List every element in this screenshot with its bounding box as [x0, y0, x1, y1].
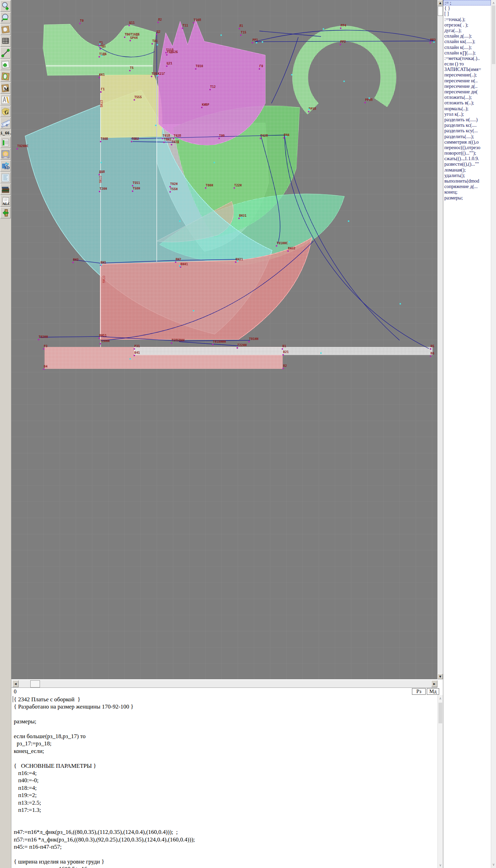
point-marker — [166, 65, 167, 67]
pattern-m-button[interactable]: M — [0, 82, 11, 94]
canvas-vertical-scrollbar[interactable]: ▲ ▼ — [437, 0, 443, 679]
books-button[interactable] — [0, 184, 11, 195]
point-marker — [235, 261, 236, 263]
command-item[interactable]: отрезок( . ); — [443, 22, 491, 28]
command-item[interactable]: пересечение н(.. — [443, 78, 491, 84]
scroll-left-icon[interactable]: ◀ — [12, 680, 19, 687]
point-marker — [43, 369, 44, 370]
point-label: ВН32 — [288, 247, 296, 250]
command-item[interactable]: пересечение д(.. — [443, 84, 491, 89]
grid-button[interactable] — [0, 35, 11, 47]
scroll-down-icon[interactable]: ∨ — [438, 863, 443, 867]
command-item[interactable]: := ; — [443, 0, 491, 6]
command-item[interactable]: отложить(...); — [443, 95, 491, 100]
command-item[interactable]: :=точка(.); — [443, 17, 491, 22]
point-label: ВН11 — [99, 334, 107, 337]
command-item[interactable]: сплайн к∏(....); — [443, 50, 491, 56]
command-item[interactable]: поворот(()...""); — [443, 151, 491, 156]
command-item[interactable]: выполнить(dmod — [443, 178, 491, 184]
pattern-outline-icon — [1, 72, 10, 81]
command-list-panel: := ;{ }[ ]:=точка(.);отрезок( . );дуга(.… — [443, 0, 491, 868]
command-item[interactable]: если () то — [443, 61, 491, 67]
command-item[interactable]: [ ] — [443, 11, 491, 17]
command-item[interactable]: развести((),()..."" — [443, 162, 491, 167]
scroll-up-icon[interactable]: ∧ — [491, 1, 496, 5]
scroll-up-icon[interactable]: ▲ — [437, 0, 443, 6]
construction-point — [320, 352, 322, 354]
construction-point — [289, 241, 290, 242]
point-label: ВН1 — [101, 261, 106, 264]
ruler-8-button[interactable]: 87 — [0, 117, 11, 129]
point-label: Т92НН — [39, 335, 48, 339]
zoom-in-button[interactable] — [0, 0, 11, 12]
command-item[interactable]: нормаль(..); — [443, 106, 491, 112]
command-item[interactable]: сплайн д(....); — [443, 33, 491, 39]
command-item[interactable]: размеры; — [443, 195, 491, 201]
command-item[interactable]: удалить(); — [443, 173, 491, 178]
construction-point — [323, 28, 324, 30]
point-marker — [169, 191, 171, 193]
svg-text:7: 7 — [2, 124, 3, 128]
command-item[interactable]: ЗАПИСАТЬ(имя= — [443, 67, 491, 72]
point-label: ТВВ2 — [132, 137, 139, 141]
command-item[interactable]: сжать(()..,1.1.0.9. — [443, 156, 491, 162]
point-label: Л2 — [158, 18, 162, 21]
pattern-sheet-button[interactable] — [0, 24, 11, 35]
pattern-g-button[interactable]: G — [0, 106, 11, 117]
drafting-tools-button[interactable] — [0, 94, 11, 105]
view-3d-button[interactable]: 3D — [0, 160, 11, 172]
program-text[interactable]: { 2342 Платье с оборкой } { Разработано … — [11, 695, 437, 868]
pattern-outline-button[interactable] — [0, 71, 11, 82]
pattern-canvas[interactable]: Т0Ц11Ц2Т1ТД1Т1ДБТВ6Т16ДБ5Р44ТА1Т5КК1Т31П… — [11, 0, 437, 679]
command-item[interactable]: отложить в(..); — [443, 100, 491, 106]
construction-point — [155, 125, 156, 126]
command-item[interactable]: разделить н(.....) — [443, 117, 491, 123]
panel-vscroll-thumb[interactable] — [492, 6, 495, 64]
command-item[interactable]: сплайн к(....); — [443, 45, 491, 50]
table-button[interactable] — [0, 137, 11, 148]
scroll-down-icon[interactable]: ∨ — [491, 862, 496, 866]
command-item[interactable]: пересечение(..); — [443, 72, 491, 78]
rz-button[interactable]: Рз — [412, 688, 426, 695]
toolbar-group-bottom: 3DALG — [0, 137, 11, 218]
command-item[interactable]: разделить ксу(... — [443, 128, 491, 134]
zoom-out-button[interactable] — [0, 12, 11, 23]
command-item[interactable]: конец; — [443, 189, 491, 195]
pattern-sheet-icon — [1, 25, 10, 34]
measure-line-button[interactable] — [0, 47, 11, 59]
command-item[interactable]: { } — [443, 6, 491, 11]
md-button[interactable]: Мд — [427, 688, 439, 695]
point-marker — [99, 174, 100, 175]
picture-button[interactable] — [0, 59, 11, 70]
point-marker — [100, 91, 102, 93]
canvas-hscroll-thumb[interactable] — [30, 680, 40, 688]
editor-vertical-scrollbar[interactable]: ∧ ∨ — [437, 695, 443, 868]
scroll-right-icon[interactable]: ▶ — [431, 680, 437, 687]
point-label: Т20Н — [100, 187, 107, 190]
text-list-button[interactable] — [0, 172, 11, 183]
point-label: В21 — [283, 351, 289, 354]
scroll-down-icon[interactable]: ▼ — [437, 674, 443, 679]
canvas-vscroll-thumb[interactable] — [438, 6, 443, 16]
canvas-horizontal-scrollbar[interactable]: ◀ ▶ — [11, 680, 437, 688]
command-item[interactable]: пересечение дн( — [443, 89, 491, 95]
exit-button[interactable] — [0, 207, 11, 218]
pattern-m-icon: M — [1, 84, 10, 93]
editor-vscroll-thumb[interactable] — [438, 703, 442, 723]
alg-document-button[interactable]: ALG — [0, 195, 11, 207]
portrait-button[interactable] — [0, 148, 11, 160]
program-editor[interactable]: { 2342 Платье с оборкой } { Разработано … — [11, 695, 437, 868]
command-item[interactable]: разделить(....); — [443, 134, 491, 140]
command-item[interactable]: разделить кс(.... — [443, 123, 491, 128]
command-item[interactable]: симметрия л((),о — [443, 140, 491, 145]
command-item[interactable]: сплайн кк(.....); — [443, 39, 491, 44]
command-item[interactable]: сопряжение д(... — [443, 184, 491, 189]
construction-point — [308, 108, 310, 110]
command-item[interactable]: угол к(..); — [443, 112, 491, 117]
command-item[interactable]: дуга(...); — [443, 28, 491, 33]
panel-vertical-scrollbar[interactable]: ∧ ∨ — [491, 0, 496, 868]
command-item[interactable]: перенос((),отрезо — [443, 145, 491, 151]
scroll-up-icon[interactable]: ∧ — [438, 696, 443, 700]
command-item[interactable]: ломаная(); — [443, 167, 491, 173]
command-item[interactable]: :=метка(точка(.).. — [443, 56, 491, 61]
